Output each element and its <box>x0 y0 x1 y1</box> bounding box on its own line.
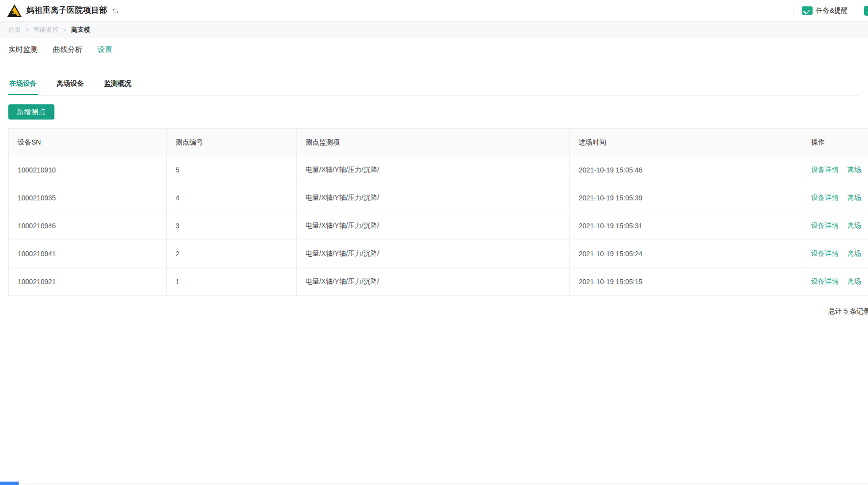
breadcrumb-current: 高支模 <box>71 25 90 34</box>
page-title: 妈祖重离子医院项目部 <box>26 5 107 16</box>
cell-monitor-items: 电量/X轴/Y轴/压力/沉降/ <box>297 240 570 268</box>
breadcrumb-home[interactable]: 首页 <box>8 25 21 34</box>
add-measure-point-button[interactable]: 新增测点 <box>8 104 54 120</box>
cell-device-sn: 1000210910 <box>9 156 167 184</box>
device-detail-link[interactable]: 设备详情 <box>811 249 839 257</box>
divider <box>856 7 856 15</box>
user-icon[interactable] <box>864 6 868 16</box>
cell-point-no: 1 <box>167 268 297 296</box>
table-row: 1000210941 2 电量/X轴/Y轴/压力/沉降/ 2021-10-19 … <box>9 240 868 268</box>
table-row: 1000210910 5 电量/X轴/Y轴/压力/沉降/ 2021-10-19 … <box>9 156 868 184</box>
cell-monitor-items: 电量/X轴/Y轴/压力/沉降/ <box>297 156 570 184</box>
cell-point-no: 4 <box>167 184 297 212</box>
leave-site-link[interactable]: 离场 <box>847 277 861 285</box>
cell-enter-time: 2021-10-19 15:05:39 <box>570 184 802 212</box>
table-row: 1000210935 4 电量/X轴/Y轴/压力/沉降/ 2021-10-19 … <box>9 184 868 212</box>
leave-site-link[interactable]: 离场 <box>847 249 861 257</box>
device-detail-link[interactable]: 设备详情 <box>811 221 839 229</box>
cell-enter-time: 2021-10-19 15:05:24 <box>570 240 802 268</box>
device-table: 设备SN 测点编号 测点监测项 进场时间 操作 1000210910 5 电量/… <box>8 128 868 296</box>
main-tab-bar: 实时监测 曲线分析 设置 <box>8 43 128 56</box>
tab-curve-analysis[interactable]: 曲线分析 <box>53 43 82 56</box>
table-header-row: 设备SN 测点编号 测点监测项 进场时间 操作 <box>9 129 868 156</box>
breadcrumb-smart-monitoring[interactable]: 智能监控 <box>33 25 59 34</box>
cell-actions: 设备详情 离场 <box>802 184 868 212</box>
device-detail-link[interactable]: 设备详情 <box>811 194 839 201</box>
subtab-offsite-devices[interactable]: 离场设备 <box>55 76 85 95</box>
subtab-onsite-devices[interactable]: 在场设备 <box>8 76 38 95</box>
cell-device-sn: 1000210946 <box>9 212 167 240</box>
cell-point-no: 3 <box>167 212 297 240</box>
company-logo-icon <box>7 4 22 18</box>
cell-actions: 设备详情 离场 <box>802 156 868 184</box>
divider <box>793 7 794 15</box>
cell-device-sn: 1000210935 <box>9 184 167 212</box>
cell-enter-time: 2021-10-19 15:05:15 <box>570 268 802 296</box>
cell-monitor-items: 电量/X轴/Y轴/压力/沉降/ <box>297 184 570 212</box>
col-header-point-no: 测点编号 <box>167 129 297 156</box>
cell-monitor-items: 电量/X轴/Y轴/压力/沉降/ <box>297 268 570 296</box>
cell-actions: 设备详情 离场 <box>802 212 868 240</box>
cell-enter-time: 2021-10-19 15:05:31 <box>570 212 802 240</box>
tasks-reminders-label: 任务&提醒 <box>816 6 848 15</box>
cell-point-no: 5 <box>167 156 297 184</box>
switch-project-icon[interactable]: ⇆ <box>112 6 119 15</box>
cell-actions: 设备详情 离场 <box>802 240 868 268</box>
leave-site-link[interactable]: 离场 <box>847 221 861 229</box>
device-detail-link[interactable]: 设备详情 <box>811 277 839 285</box>
cell-monitor-items: 电量/X轴/Y轴/压力/沉降/ <box>297 212 570 240</box>
breadcrumb-separator: > <box>63 26 67 33</box>
cell-device-sn: 1000210941 <box>9 240 167 268</box>
cell-device-sn: 1000210921 <box>9 268 167 296</box>
cell-enter-time: 2021-10-19 15:05:46 <box>570 156 802 184</box>
col-header-monitor-items: 测点监测项 <box>297 129 570 156</box>
tab-settings[interactable]: 设置 <box>98 43 112 56</box>
cell-actions: 设备详情 离场 <box>802 268 868 296</box>
tasks-reminders-button[interactable]: 任务&提醒 <box>802 6 848 15</box>
mail-icon <box>802 6 813 15</box>
cell-point-no: 2 <box>167 240 297 268</box>
leave-site-link[interactable]: 离场 <box>847 194 861 201</box>
col-header-actions: 操作 <box>802 129 868 156</box>
table-row: 1000210946 3 电量/X轴/Y轴/压力/沉降/ 2021-10-19 … <box>9 212 868 240</box>
leave-site-link[interactable]: 离场 <box>847 166 861 173</box>
col-header-device-sn: 设备SN <box>9 129 167 156</box>
bottom-divider <box>0 483 868 484</box>
device-detail-link[interactable]: 设备详情 <box>811 166 839 173</box>
subtab-monitoring-overview[interactable]: 监测概况 <box>103 76 132 95</box>
breadcrumb: 首页 > 智能监控 > 高支模 <box>0 22 868 38</box>
tab-realtime-monitoring[interactable]: 实时监测 <box>8 43 38 56</box>
corner-bar <box>0 482 19 485</box>
table-row: 1000210921 1 电量/X轴/Y轴/压力/沉降/ 2021-10-19 … <box>9 268 868 296</box>
sub-tab-bar: 在场设备 离场设备 监测概况 <box>8 76 860 96</box>
app-header: 妈祖重离子医院项目部 ⇆ 任务&提醒 <box>0 0 868 22</box>
breadcrumb-separator: > <box>26 26 29 33</box>
col-header-enter-time: 进场时间 <box>570 129 802 156</box>
total-records-label: 总计 5 条记录 <box>828 307 868 316</box>
